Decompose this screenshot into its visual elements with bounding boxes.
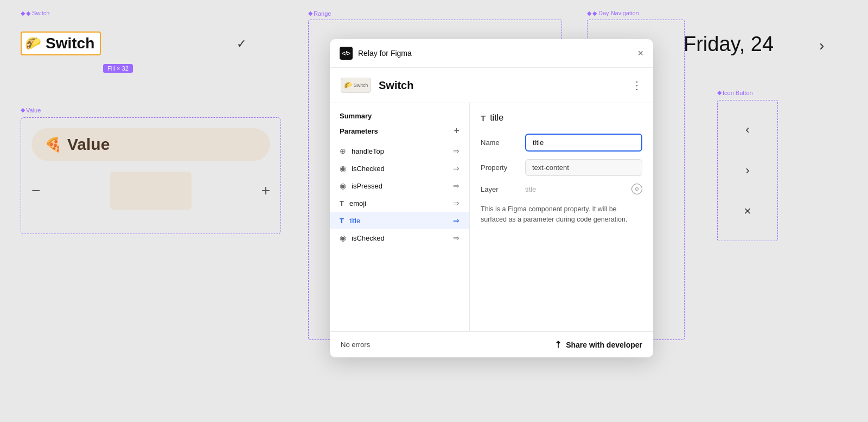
parameters-title: Parameters	[340, 127, 378, 135]
param-item-emoji[interactable]: T emoji ⇒	[330, 194, 469, 212]
component-preview-left: 🌮 Switch Switch	[341, 78, 413, 93]
param-emoji-name: emoji	[349, 199, 366, 207]
name-input[interactable]	[525, 134, 642, 152]
modal-close-button[interactable]: ×	[637, 48, 643, 58]
param-isChecked2-arrow: ⇒	[453, 234, 459, 242]
param-isChecked2-name: isChecked	[352, 234, 385, 242]
switch-component-label: ◆ ◆ Switch	[21, 10, 49, 17]
more-options-button[interactable]: ⋮	[631, 79, 642, 92]
param-isChecked1-name: isChecked	[352, 165, 385, 173]
day-nav-diamond-icon: ◆	[587, 10, 591, 17]
right-panel: T title Name Property Layer title	[470, 103, 653, 331]
param-handleTop-arrow: ⇒	[453, 147, 459, 155]
range-component-label: ◆ Range	[308, 10, 331, 17]
right-panel-title-row: T title	[481, 113, 642, 123]
param-title-icon: T	[340, 217, 344, 225]
layer-row: Layer title	[481, 184, 642, 194]
value-component-label: ◆ Value	[21, 106, 41, 114]
name-label: Name	[481, 138, 519, 147]
param-item-isPressed[interactable]: ◉ isPressed ⇒	[330, 177, 469, 194]
right-panel-title: title	[490, 113, 503, 123]
left-panel: Summary Parameters + ⊕ handleTop ⇒	[330, 103, 470, 331]
summary-section-title: Summary	[330, 112, 469, 125]
modal-body: Summary Parameters + ⊕ handleTop ⇒	[330, 103, 653, 331]
param-isPressed-name: isPressed	[352, 182, 382, 190]
value-box	[110, 172, 192, 210]
param-isPressed-icon: ◉	[340, 181, 346, 190]
layer-target-icon[interactable]	[631, 184, 642, 194]
canvas: ◆ ◆ Switch 🌮 Switch ✓ Fill × 32 ◆ Value …	[0, 0, 868, 422]
component-name: Switch	[379, 79, 413, 92]
param-item-isChecked-1[interactable]: ◉ isChecked ⇒	[330, 160, 469, 177]
switch-diamond-icon: ◆	[21, 10, 25, 17]
modal-header: </> Relay for Figma ×	[330, 39, 653, 68]
param-title-arrow: ⇒	[453, 216, 459, 225]
switch-title: Switch	[46, 35, 94, 52]
param-isPressed-arrow: ⇒	[453, 181, 459, 190]
param-isChecked2-icon: ◉	[340, 234, 346, 242]
icon-button-back[interactable]: ‹	[745, 123, 749, 137]
param-item-isChecked-2[interactable]: ◉ isChecked ⇒	[330, 229, 469, 247]
property-input[interactable]	[525, 159, 642, 176]
icon-button-close[interactable]: ×	[744, 204, 751, 218]
layer-value: title	[525, 185, 625, 193]
friday-date: Friday, 24	[684, 33, 774, 56]
value-plus-button[interactable]: +	[261, 182, 270, 199]
param-handleTop-name: handleTop	[352, 147, 384, 155]
day-nav-label: ◆ ◆ Day Navigation	[587, 10, 639, 17]
param-item-title[interactable]: T title ⇒	[330, 212, 469, 229]
share-with-developer-button[interactable]: ⇡ Share with developer	[554, 339, 642, 350]
relay-logo: </>	[340, 47, 353, 60]
component-thumb-label: Switch	[354, 83, 368, 88]
parameter-description: This is a Figma component property. It w…	[481, 204, 642, 225]
right-panel-title-icon: T	[481, 114, 486, 123]
value-pill-emoji: 🍕	[44, 136, 62, 153]
relay-modal: </> Relay for Figma × 🌮 Switch Switch ⋮ …	[330, 39, 653, 357]
property-label: Property	[481, 163, 519, 172]
icon-button-forward[interactable]: ›	[745, 163, 749, 178]
day-nav-arrow[interactable]: ›	[819, 37, 824, 54]
switch-checkmark[interactable]: ✓	[237, 37, 246, 51]
param-title-name: title	[349, 217, 360, 225]
icon-button-container: ‹ › ×	[717, 100, 778, 241]
share-label: Share with developer	[566, 341, 642, 349]
icon-btn-diamond-icon: ◆	[717, 89, 722, 96]
param-isChecked1-icon: ◉	[340, 164, 346, 173]
add-parameter-button[interactable]: +	[454, 125, 459, 137]
switch-emoji: 🌮	[25, 36, 41, 51]
fill-badge: Fill × 32	[103, 64, 133, 73]
parameters-header: Parameters +	[330, 125, 469, 142]
component-preview: 🌮 Switch Switch ⋮	[330, 68, 653, 103]
modal-footer: No errors ⇡ Share with developer	[330, 331, 653, 357]
modal-header-left: </> Relay for Figma	[340, 47, 412, 60]
target-icon-inner	[635, 187, 639, 191]
icon-button-label: ◆ Icon Button	[717, 89, 753, 96]
param-emoji-arrow: ⇒	[453, 199, 459, 207]
value-minus-button[interactable]: −	[31, 182, 40, 199]
layer-label: Layer	[481, 185, 519, 193]
no-errors-label: No errors	[341, 341, 370, 349]
param-item-handleTop[interactable]: ⊕ handleTop ⇒	[330, 142, 469, 160]
modal-title: Relay for Figma	[358, 49, 412, 58]
param-emoji-icon: T	[340, 199, 344, 207]
param-isChecked1-arrow: ⇒	[453, 164, 459, 173]
component-thumb: 🌮 Switch	[341, 78, 371, 93]
switch-component: 🌮 Switch	[21, 32, 101, 55]
value-pill: 🍕 Value	[31, 128, 270, 161]
share-icon: ⇡	[554, 339, 561, 350]
value-pill-text: Value	[67, 135, 110, 154]
property-field-row: Property	[481, 159, 642, 176]
range-diamond-icon: ◆	[308, 10, 312, 17]
value-controls: − +	[31, 172, 270, 210]
param-handleTop-icon: ⊕	[340, 147, 346, 155]
name-field-row: Name	[481, 134, 642, 152]
component-thumb-emoji: 🌮	[344, 81, 352, 89]
value-diamond-icon: ◆	[21, 106, 25, 114]
